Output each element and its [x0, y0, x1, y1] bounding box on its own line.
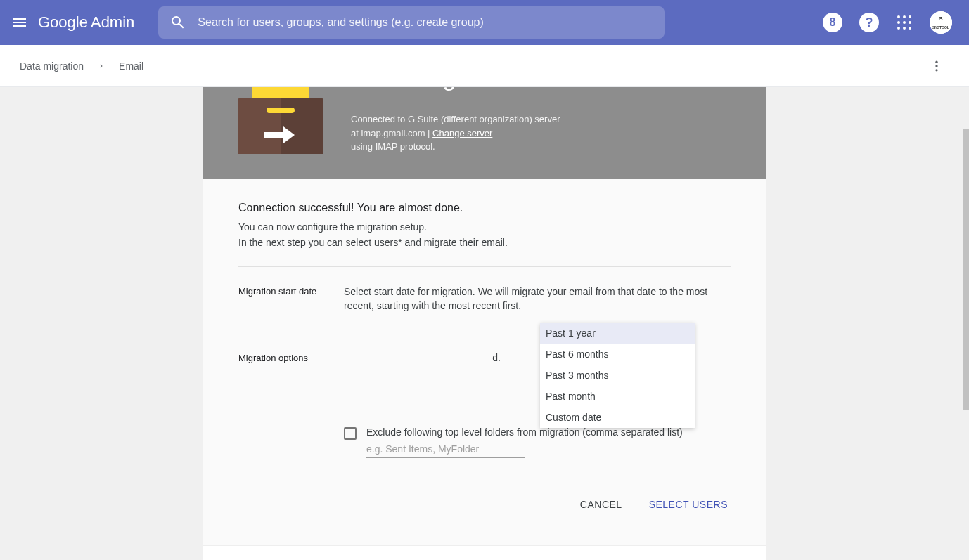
- dropdown-past-6-months[interactable]: Past 6 months: [540, 344, 695, 365]
- svg-point-0: [897, 15, 900, 18]
- breadcrumb-email[interactable]: Email: [119, 60, 143, 72]
- cancel-button[interactable]: CANCEL: [577, 493, 625, 516]
- breadcrumb-data-migration[interactable]: Data migration: [20, 60, 84, 72]
- chevron-right-icon: [98, 63, 105, 70]
- breadcrumb: Data migration Email: [20, 60, 143, 72]
- breadcrumb-bar: Data migration Email: [0, 45, 969, 87]
- migration-card: Email Migration Connected to G Suite (di…: [203, 87, 766, 546]
- exclude-checkbox[interactable]: [344, 427, 357, 440]
- scrollbar-track: [963, 87, 969, 560]
- hero-banner: Email Migration Connected to G Suite (di…: [203, 87, 766, 179]
- hero-line1: Connected to G Suite (different organiza…: [351, 114, 560, 124]
- logo-text-admin: Admin: [91, 13, 134, 32]
- svg-point-3: [897, 21, 900, 24]
- hero-title: Email Migration: [351, 87, 731, 101]
- notifications-badge[interactable]: 8: [823, 13, 842, 32]
- svg-point-14: [935, 69, 937, 71]
- svg-point-6: [897, 27, 900, 30]
- dropdown-custom-date[interactable]: Custom date: [540, 407, 695, 428]
- exclude-folders-input[interactable]: [366, 441, 525, 458]
- search-bar[interactable]: [158, 6, 665, 39]
- svg-point-2: [909, 15, 911, 18]
- svg-point-7: [903, 27, 906, 30]
- success-sub2: In the next step you can select users* a…: [238, 237, 731, 248]
- apps-icon[interactable]: [896, 14, 913, 31]
- app-header: Google Admin 8 ? SSYSTOOL: [0, 0, 969, 45]
- hero-text: Email Migration Connected to G Suite (di…: [351, 87, 731, 154]
- select-users-button[interactable]: SELECT USERS: [646, 493, 731, 516]
- profile-avatar[interactable]: SSYSTOOL: [930, 11, 952, 34]
- svg-point-9: [930, 11, 952, 34]
- scrollbar-thumb[interactable]: [963, 129, 969, 410]
- success-sub1: You can now configure the migration setu…: [238, 221, 731, 233]
- start-date-content: Select start date for migration. We will…: [344, 285, 731, 324]
- svg-point-12: [935, 60, 937, 63]
- exclude-row: Exclude following top level folders from…: [344, 426, 731, 458]
- svg-point-4: [903, 21, 906, 24]
- svg-text:SYSTOOL: SYSTOOL: [932, 25, 949, 30]
- hero-line3: using IMAP protocol.: [351, 141, 435, 152]
- search-input[interactable]: [198, 16, 653, 29]
- search-icon: [169, 14, 186, 31]
- options-label: Migration options: [238, 352, 323, 458]
- svg-point-13: [935, 65, 937, 67]
- app-logo[interactable]: Google Admin: [38, 13, 134, 32]
- divider: [238, 266, 731, 267]
- svg-point-5: [909, 21, 911, 24]
- action-buttons: CANCEL SELECT USERS: [238, 493, 731, 523]
- options-text-tail: d.: [344, 352, 502, 363]
- svg-text:S: S: [939, 15, 943, 22]
- help-icon[interactable]: ?: [859, 13, 879, 32]
- exclude-label: Exclude following top level folders from…: [366, 426, 683, 438]
- card-body: Connection successful! You are almost do…: [203, 179, 766, 545]
- header-actions: 8 ? SSYSTOOL: [823, 11, 958, 34]
- hero-subtitle: Connected to G Suite (different organiza…: [351, 112, 731, 154]
- start-date-label: Migration start date: [238, 285, 323, 324]
- menu-icon[interactable]: [11, 14, 28, 31]
- dropdown-past-3-months[interactable]: Past 3 months: [540, 365, 695, 386]
- svg-point-8: [909, 27, 911, 30]
- start-date-desc: Select start date for migration. We will…: [344, 285, 731, 313]
- start-date-row: Migration start date Select start date f…: [238, 285, 731, 324]
- content-area: Email Migration Connected to G Suite (di…: [0, 87, 969, 560]
- hero-line2-pre: at imap.gmail.com |: [351, 128, 432, 138]
- svg-point-1: [903, 15, 906, 18]
- success-title: Connection successful! You are almost do…: [238, 202, 731, 214]
- migration-box-icon: [238, 87, 323, 154]
- footer-note: *By clicking the 'Select users' button, …: [203, 545, 766, 560]
- badge-count: 8: [830, 16, 836, 29]
- more-options-icon[interactable]: [924, 53, 949, 79]
- change-server-link[interactable]: Change server: [432, 128, 492, 138]
- dropdown-past-month[interactable]: Past month: [540, 386, 695, 407]
- logo-text-google: Google: [38, 13, 88, 32]
- exclude-content: Exclude following top level folders from…: [366, 426, 683, 458]
- start-date-dropdown: Past 1 year Past 6 months Past 3 months …: [540, 323, 695, 428]
- dropdown-past-1-year[interactable]: Past 1 year: [540, 323, 695, 344]
